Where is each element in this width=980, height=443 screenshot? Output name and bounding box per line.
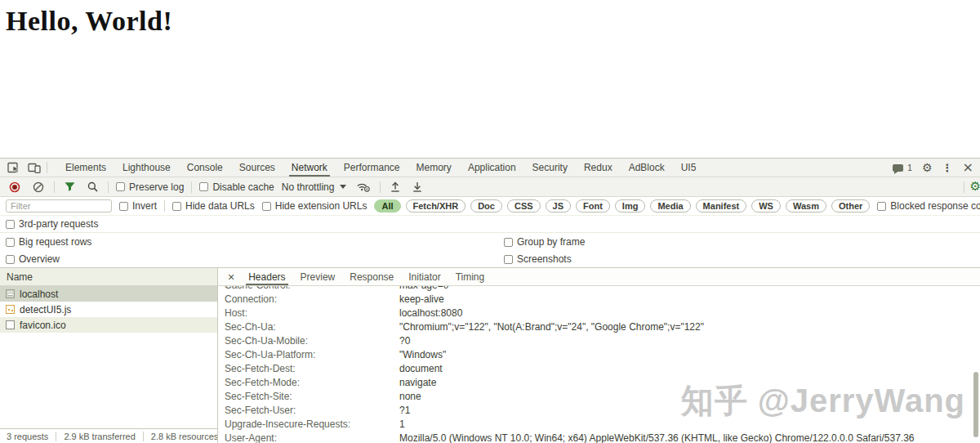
overview-checkbox[interactable]: Overview [6, 253, 60, 265]
filter-funnel-icon[interactable] [62, 181, 78, 192]
detail-tab-response[interactable]: Response [342, 268, 401, 285]
close-details-icon[interactable]: × [221, 271, 241, 284]
hide-extension-urls-checkbox[interactable]: Hide extension URLs [262, 200, 368, 212]
request-details-panel: × Headers Preview Response Initiator Tim… [218, 268, 980, 443]
screenshots-checkbox[interactable]: Screenshots [504, 253, 572, 265]
name-column-header[interactable]: Name [0, 268, 217, 286]
header-name: Sec-Ch-Ua-Mobile: [225, 335, 399, 347]
options-row-1: 3rd-party requests [0, 216, 980, 233]
throttling-value: No throttling [282, 181, 335, 193]
close-devtools-icon[interactable]: × [963, 161, 973, 174]
filter-pill-font[interactable]: Font [576, 199, 610, 213]
filter-pill-css[interactable]: CSS [507, 199, 541, 213]
export-har-icon[interactable] [410, 181, 425, 192]
big-request-rows-checkbox[interactable]: Big request rows [6, 236, 91, 248]
request-row-localhost[interactable]: localhost [0, 286, 217, 302]
device-toolbar-icon[interactable] [25, 163, 43, 173]
preserve-log-checkbox[interactable]: Preserve log [116, 181, 184, 193]
status-item: 3 requests [7, 432, 48, 441]
filter-pill-doc[interactable]: Doc [470, 199, 502, 213]
import-har-icon[interactable] [388, 181, 403, 192]
resource-type-pills: All Fetch/XHR Doc CSS JS Font Img Media … [374, 199, 870, 213]
tab-memory[interactable]: Memory [408, 159, 460, 177]
clear-network-log-icon[interactable] [30, 181, 47, 193]
tab-application[interactable]: Application [460, 159, 524, 177]
checkbox-icon[interactable] [6, 238, 15, 247]
disable-cache-checkbox[interactable]: Disable cache [199, 181, 274, 193]
header-name: Sec-Fetch-Site: [225, 391, 399, 402]
tab-redux[interactable]: Redux [576, 159, 621, 177]
hide-data-urls-checkbox[interactable]: Hide data URLs [172, 200, 255, 212]
tab-console[interactable]: Console [179, 159, 231, 177]
big-request-rows-label: Big request rows [19, 236, 91, 248]
header-row: Host: localhost:8080 [218, 306, 980, 320]
network-filter-bar: Invert Hide data URLs Hide extension URL… [0, 197, 980, 216]
detail-tab-initiator[interactable]: Initiator [401, 268, 448, 285]
options-row-3: Overview Screenshots [0, 251, 980, 268]
options-row-2: Big request rows Group by frame [0, 233, 980, 251]
tab-sources[interactable]: Sources [231, 159, 283, 177]
checkbox-icon[interactable] [6, 220, 15, 229]
filter-pill-other[interactable]: Other [831, 199, 870, 213]
header-row: Connection: keep-alive [218, 292, 980, 306]
filter-pill-media[interactable]: Media [650, 199, 690, 213]
scrollbar-thumb[interactable] [973, 372, 978, 437]
third-party-requests-checkbox[interactable]: 3rd-party requests [6, 218, 98, 230]
throttling-dropdown[interactable]: No throttling [282, 181, 347, 193]
invert-checkbox[interactable]: Invert [119, 200, 157, 212]
checkbox-icon[interactable] [877, 202, 886, 211]
network-toolbar: Preserve log Disable cache No throttling… [0, 177, 980, 197]
header-name: Sec-Fetch-User: [225, 405, 399, 416]
checkbox-icon[interactable] [172, 202, 181, 211]
detail-tab-preview[interactable]: Preview [293, 268, 343, 285]
status-item: 2.9 kB transferred [56, 432, 135, 441]
filter-pill-fetch-xhr[interactable]: Fetch/XHR [406, 199, 466, 213]
group-by-frame-checkbox[interactable]: Group by frame [504, 236, 585, 248]
devtools-tabbar: Elements Lighthouse Console Sources Netw… [0, 159, 980, 177]
tab-lighthouse[interactable]: Lighthouse [114, 159, 179, 177]
filter-pill-all[interactable]: All [374, 199, 400, 213]
checkbox-icon[interactable] [199, 182, 208, 191]
request-list: localhost detectUI5.js favicon.ico [0, 286, 217, 333]
detail-tab-headers[interactable]: Headers [241, 268, 292, 285]
tab-adblock[interactable]: AdBlock [621, 159, 673, 177]
inspect-element-icon[interactable] [5, 162, 22, 173]
checkbox-icon[interactable] [6, 255, 15, 264]
tab-security[interactable]: Security [524, 159, 576, 177]
network-settings-gear-icon[interactable]: ⚙ [970, 181, 980, 193]
tabbar-actions: 1 ⚙ ⋮ × [893, 161, 977, 174]
more-menu-icon[interactable]: ⋮ [942, 163, 953, 173]
request-row-detectui5-js[interactable]: detectUI5.js [0, 302, 217, 317]
tab-network[interactable]: Network [283, 159, 336, 177]
tab-ui5[interactable]: UI5 [673, 159, 705, 177]
tab-performance[interactable]: Performance [336, 159, 408, 177]
file-type-icon [6, 305, 15, 314]
filter-pill-wasm[interactable]: Wasm [786, 199, 826, 213]
settings-gear-icon[interactable]: ⚙ [922, 162, 933, 173]
checkbox-icon[interactable] [116, 182, 125, 191]
blocked-response-cookies-checkbox[interactable]: Blocked response cookies [877, 200, 980, 212]
requests-panel: Name localhost detectUI5.js [0, 268, 218, 443]
header-name: Cache-Control: [225, 286, 399, 291]
network-conditions-icon[interactable] [354, 181, 372, 192]
header-name: Connection: [225, 293, 399, 305]
detail-tab-timing[interactable]: Timing [448, 268, 492, 285]
search-icon[interactable] [85, 181, 100, 192]
checkbox-icon[interactable] [262, 202, 271, 211]
status-item: 2.8 kB resources [143, 432, 217, 441]
checkbox-icon[interactable] [504, 238, 513, 247]
checkbox-icon[interactable] [504, 255, 513, 264]
record-network-log-icon[interactable] [7, 181, 23, 193]
tab-elements[interactable]: Elements [57, 159, 114, 177]
filter-pill-manifest[interactable]: Manifest [696, 199, 747, 213]
filter-pill-img[interactable]: Img [615, 199, 646, 213]
preserve-log-label: Preserve log [129, 181, 184, 193]
issues-button[interactable]: 1 [893, 163, 912, 172]
divider [108, 181, 109, 193]
filter-input[interactable] [6, 199, 112, 213]
request-row-favicon-ico[interactable]: favicon.ico [0, 317, 217, 333]
checkbox-icon[interactable] [119, 202, 128, 211]
filter-pill-js[interactable]: JS [546, 199, 571, 213]
request-name: localhost [20, 289, 58, 300]
filter-pill-ws[interactable]: WS [751, 199, 781, 213]
